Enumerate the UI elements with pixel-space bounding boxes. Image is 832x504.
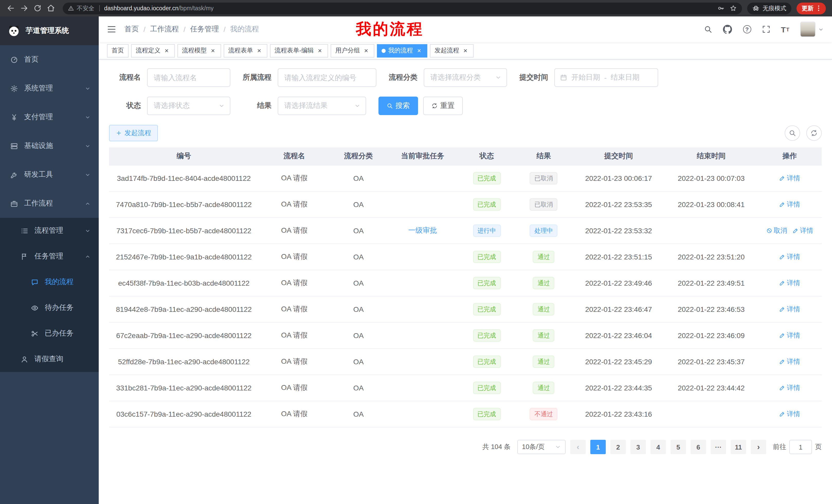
kebab-menu-icon[interactable] — [815, 5, 822, 12]
chevron-down-icon — [85, 228, 90, 233]
cancel-link[interactable]: 取消 — [766, 226, 787, 235]
fullscreen-icon[interactable] — [762, 25, 770, 33]
detail-link[interactable]: 详情 — [779, 278, 800, 288]
sidebar-item-home[interactable]: 首页 — [0, 45, 99, 74]
more-pages-button[interactable]: ··· — [711, 440, 726, 454]
cell-end-time: 2022-01-22 23:49:51 — [665, 270, 757, 296]
refresh-table-button[interactable] — [806, 125, 822, 141]
status-tag: 已完成 — [473, 382, 501, 394]
page-button-11[interactable]: 11 — [731, 440, 746, 454]
reset-button[interactable]: 重置 — [423, 96, 463, 115]
sidebar-item-workflow[interactable]: 工作流程 — [0, 189, 99, 218]
detail-link[interactable]: 详情 — [779, 252, 800, 261]
github-icon[interactable] — [723, 25, 732, 34]
flag-icon — [21, 253, 28, 260]
detail-link[interactable]: 详情 — [779, 357, 800, 366]
page-button-2[interactable]: 2 — [610, 440, 626, 454]
detail-link[interactable]: 详情 — [779, 383, 800, 393]
help-icon[interactable]: ? — [743, 25, 751, 33]
tab-process-definition[interactable]: 流程定义× — [131, 44, 175, 57]
close-icon[interactable]: × — [316, 47, 323, 54]
detail-link[interactable]: 详情 — [792, 226, 813, 235]
reload-icon[interactable] — [31, 2, 44, 15]
prev-page-button[interactable]: ‹ — [570, 440, 586, 454]
breadcrumb-item[interactable]: 工作流程 — [150, 25, 179, 34]
page-button-5[interactable]: 5 — [671, 440, 686, 454]
sidebar-item-done-tasks[interactable]: 已办任务 — [0, 320, 99, 346]
search-button[interactable]: 搜索 — [379, 96, 418, 115]
process-id-input[interactable] — [278, 68, 376, 87]
detail-link[interactable]: 详情 — [779, 410, 800, 419]
cell-submit-time: 2022-01-22 23:49:46 — [572, 270, 665, 296]
col-current-task: 当前审批任务 — [387, 147, 458, 165]
page-button-4[interactable]: 4 — [650, 440, 666, 454]
forward-icon[interactable] — [18, 2, 31, 15]
close-icon[interactable]: × — [363, 47, 370, 54]
next-page-button[interactable]: › — [751, 440, 766, 454]
tab-start-process[interactable]: 发起流程× — [430, 44, 474, 57]
cell-actions: 详情 — [757, 244, 822, 270]
address-bar[interactable]: 不安全 dashboard.yudao.iocoder.cn/bpm/task/… — [63, 2, 742, 14]
app-logo[interactable]: 芋道管理系统 — [0, 17, 99, 45]
page-button-3[interactable]: 3 — [630, 440, 646, 454]
close-icon[interactable]: × — [209, 47, 216, 54]
sidebar-item-infrastructure[interactable]: 基础设施 — [0, 132, 99, 160]
search-icon[interactable] — [704, 25, 712, 33]
tab-user-group[interactable]: 用户分组× — [331, 44, 374, 57]
goto-page-input[interactable] — [789, 440, 812, 454]
toggle-search-button[interactable] — [785, 125, 800, 141]
breadcrumb-item[interactable]: 首页 — [125, 25, 139, 34]
home-icon[interactable] — [44, 2, 58, 15]
category-select[interactable]: 请选择流程分类 — [424, 68, 507, 87]
sidebar-item-my-process[interactable]: 我的流程 — [0, 269, 99, 295]
cell-name: OA 请假 — [259, 375, 330, 401]
tab-home[interactable]: 首页 — [107, 44, 129, 57]
breadcrumb-item[interactable]: 任务管理 — [190, 25, 219, 34]
font-size-icon[interactable]: TT — [781, 25, 789, 34]
sidebar-item-todo-tasks[interactable]: 待办任务 — [0, 295, 99, 320]
sidebar-item-label: 任务管理 — [34, 252, 63, 261]
avatar[interactable] — [800, 22, 815, 37]
tab-process-form[interactable]: 流程表单× — [224, 44, 267, 57]
status-select[interactable]: 请选择状态 — [147, 96, 230, 115]
sidebar-item-devtools[interactable]: 研发工具 — [0, 160, 99, 189]
hamburger-icon[interactable] — [107, 25, 116, 34]
close-icon[interactable]: × — [462, 47, 469, 54]
cell-result: 通过 — [515, 270, 572, 296]
user-avatar[interactable] — [800, 22, 824, 37]
result-select[interactable]: 请选择流结果 — [278, 96, 366, 115]
tab-my-process[interactable]: 我的流程× — [377, 44, 427, 57]
process-name-input[interactable] — [147, 68, 230, 87]
table-header-row: 编号 流程名 流程分类 当前审批任务 状态 结果 提交时间 结束时间 操作 — [109, 147, 822, 165]
cell-end-time: 2022-01-22 23:46:09 — [665, 323, 757, 348]
page-size-select[interactable]: 10条/页 — [517, 440, 566, 454]
detail-link[interactable]: 详情 — [779, 174, 800, 183]
tab-process-model[interactable]: 流程模型× — [177, 44, 221, 57]
sidebar-item-label: 我的流程 — [45, 277, 74, 287]
back-icon[interactable] — [4, 2, 18, 15]
sidebar-item-task-management[interactable]: 任务管理 — [0, 244, 99, 269]
sidebar-item-payment[interactable]: 支付管理 — [0, 103, 99, 132]
tab-process-form-edit[interactable]: 流程表单-编辑× — [270, 44, 328, 57]
close-icon[interactable]: × — [415, 47, 423, 54]
sidebar-item-leave-query[interactable]: 请假查询 — [0, 346, 99, 372]
close-icon[interactable]: × — [163, 47, 170, 54]
cell-end-time: 2022-01-22 23:45:37 — [665, 348, 757, 375]
detail-link[interactable]: 详情 — [779, 331, 800, 340]
close-icon[interactable]: × — [256, 47, 263, 54]
bookmark-star-icon[interactable] — [730, 5, 737, 12]
submit-time-range-picker[interactable]: 开始日期 - 结束日期 — [554, 68, 658, 87]
page-button-1[interactable]: 1 — [590, 440, 606, 454]
sidebar-item-process-management[interactable]: 流程管理 — [0, 218, 99, 244]
sidebar-item-system[interactable]: 系统管理 — [0, 74, 99, 103]
security-indicator[interactable]: 不安全 — [68, 4, 94, 12]
page-button-6[interactable]: 6 — [691, 440, 706, 454]
calendar-icon — [560, 74, 567, 81]
current-task-link[interactable]: 一级审批 — [408, 226, 437, 234]
update-button[interactable]: 更新 — [797, 2, 826, 14]
detail-link[interactable]: 详情 — [779, 200, 800, 209]
result-tag: 通过 — [533, 356, 554, 368]
start-process-button[interactable]: 发起流程 — [109, 125, 158, 141]
password-key-icon[interactable] — [717, 5, 725, 12]
detail-link[interactable]: 详情 — [779, 305, 800, 314]
